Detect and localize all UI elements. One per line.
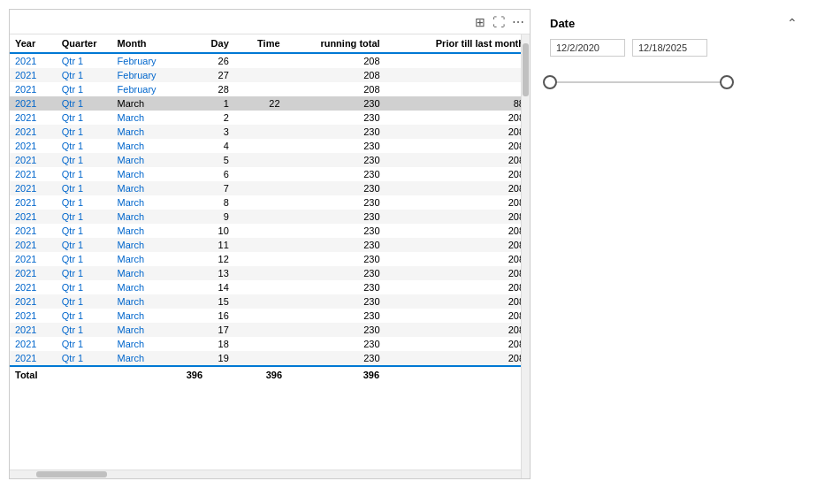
table-row[interactable]: 2021Qtr 1March18230208 [10,337,530,351]
filter-title: Date [550,17,575,30]
table-row[interactable]: 2021Qtr 1March5230208 [10,153,530,167]
table-row[interactable]: 2021Qtr 1March2230208 [10,111,530,125]
cell-month: March [112,96,192,111]
vertical-scrollbar-thumb[interactable] [523,43,529,96]
table-row[interactable]: 2021Qtr 1March17230208 [10,323,530,337]
cell-month: March [112,309,192,323]
table-wrapper: Year Quarter Month Day Time running tota… [10,34,530,478]
cell-time [234,82,286,96]
table-row[interactable]: 2021Qtr 1March7230208 [10,181,530,195]
col-header-month[interactable]: Month [112,34,192,53]
cell-day: 3 [192,125,234,139]
cell-prior: 208 [386,280,530,294]
cell-prior [386,68,530,82]
date-slider[interactable] [550,69,798,95]
cell-quarter: Qtr 1 [57,294,112,309]
vertical-scrollbar[interactable] [521,34,530,478]
col-header-running-total[interactable]: running total [286,34,386,53]
total-prior: 396 [287,370,385,380]
cell-running-total: 230 [286,337,386,351]
slider-fill [550,81,727,83]
cell-running-total: 230 [286,210,386,224]
slider-thumb-left[interactable] [543,75,557,89]
cell-prior: 208 [386,210,530,224]
cell-time [234,68,286,82]
cell-month: February [112,68,192,82]
table-row[interactable]: 2021Qtr 1March14230208 [10,280,530,294]
date-from-input[interactable] [550,39,625,57]
cell-day: 18 [192,337,234,351]
table-row[interactable]: 2021Qtr 1February26208 [10,53,530,68]
cell-time [234,252,286,266]
col-header-day[interactable]: Day [192,34,234,53]
cell-year: 2021 [10,82,57,96]
table-row[interactable]: 2021Qtr 1February27208 [10,68,530,82]
horizontal-scrollbar-thumb[interactable] [36,471,107,477]
cell-prior: 208 [386,153,530,167]
cell-running-total: 230 [286,195,386,210]
cell-quarter: Qtr 1 [57,210,112,224]
filter-icon[interactable]: ⊞ [475,15,485,29]
cell-time [234,195,286,210]
cell-quarter: Qtr 1 [57,111,112,125]
table-row[interactable]: 2021Qtr 1March16230208 [10,309,530,323]
horizontal-scrollbar[interactable] [10,470,521,478]
table-row[interactable]: 2021Qtr 1March13230208 [10,266,530,280]
table-row[interactable]: 2021Qtr 1March15230208 [10,294,530,309]
cell-year: 2021 [10,210,57,224]
table-row[interactable]: 2021Qtr 1February28208 [10,82,530,96]
table-row[interactable]: 2021Qtr 1March12230208 [10,252,530,266]
cell-day: 2 [192,111,234,125]
table-row[interactable]: 2021Qtr 1March19230208 [10,351,530,365]
total-time: 396 [167,370,208,380]
table-row[interactable]: 2021Qtr 1March8230208 [10,195,530,210]
date-inputs [550,39,798,57]
cell-prior [386,82,530,96]
cell-running-total: 230 [286,280,386,294]
slider-thumb-right[interactable] [720,75,734,89]
cell-running-total: 230 [286,351,386,365]
cell-prior [386,53,530,68]
data-table: Year Quarter Month Day Time running tota… [10,34,530,365]
cell-prior: 208 [386,309,530,323]
table-row[interactable]: 2021Qtr 1March11230208 [10,238,530,252]
cell-quarter: Qtr 1 [57,280,112,294]
filter-chevron-icon[interactable]: ⌃ [787,16,798,30]
cell-day: 16 [192,309,234,323]
cell-day: 11 [192,238,234,252]
cell-time [234,181,286,195]
cell-month: March [112,266,192,280]
col-header-time[interactable]: Time [234,34,286,53]
cell-running-total: 230 [286,167,386,181]
cell-running-total: 230 [286,238,386,252]
cell-quarter: Qtr 1 [57,224,112,238]
cell-year: 2021 [10,294,57,309]
cell-year: 2021 [10,195,57,210]
date-to-input[interactable] [632,39,707,57]
expand-icon[interactable]: ⛶ [492,15,505,29]
table-row[interactable]: 2021Qtr 1March4230208 [10,139,530,153]
cell-month: March [112,238,192,252]
col-header-year[interactable]: Year [10,34,57,53]
table-row[interactable]: 2021Qtr 1March12223088 [10,96,530,111]
cell-year: 2021 [10,181,57,195]
col-header-prior[interactable]: Prior till last month [386,34,530,53]
cell-day: 26 [192,53,234,68]
cell-day: 17 [192,323,234,337]
cell-day: 7 [192,181,234,195]
table-row[interactable]: 2021Qtr 1March9230208 [10,210,530,224]
cell-day: 4 [192,139,234,153]
cell-month: March [112,323,192,337]
more-icon[interactable]: ⋯ [512,15,524,29]
cell-month: February [112,82,192,96]
table-row[interactable]: 2021Qtr 1March10230208 [10,224,530,238]
cell-running-total: 230 [286,323,386,337]
cell-quarter: Qtr 1 [57,351,112,365]
table-row[interactable]: 2021Qtr 1March3230208 [10,125,530,139]
cell-month: March [112,167,192,181]
table-row[interactable]: 2021Qtr 1March6230208 [10,167,530,181]
cell-quarter: Qtr 1 [57,252,112,266]
cell-time [234,309,286,323]
col-header-quarter[interactable]: Quarter [57,34,112,53]
cell-prior: 208 [386,323,530,337]
